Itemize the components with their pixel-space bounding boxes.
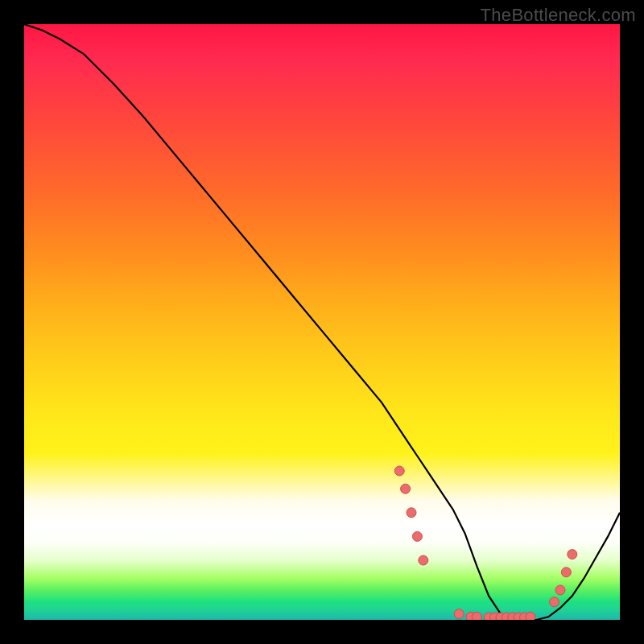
plot-area (24, 24, 620, 620)
watermark-label: TheBottleneck.com (481, 5, 636, 26)
data-point-dot (419, 555, 428, 565)
chart-frame: TheBottleneck.com (0, 0, 644, 644)
data-point-dot (401, 484, 411, 493)
data-point-dot (555, 585, 565, 595)
data-point-dot (412, 531, 422, 541)
data-point-dot (407, 508, 416, 518)
data-point-dot (561, 568, 571, 577)
data-point-dot (454, 609, 464, 619)
bottleneck-curve (24, 24, 620, 620)
scatter-dots (394, 466, 577, 620)
data-point-dot (526, 612, 535, 620)
data-point-dot (394, 466, 404, 476)
data-point-dot (550, 597, 559, 607)
data-point-dot (568, 550, 577, 559)
data-point-dot (472, 612, 481, 620)
curve-path (24, 24, 620, 620)
